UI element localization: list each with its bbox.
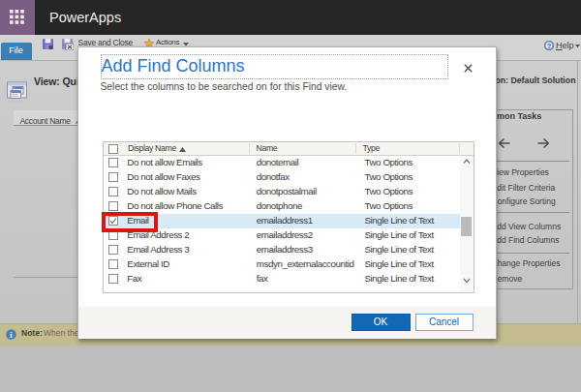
svg-text:?: ? [547,43,551,49]
